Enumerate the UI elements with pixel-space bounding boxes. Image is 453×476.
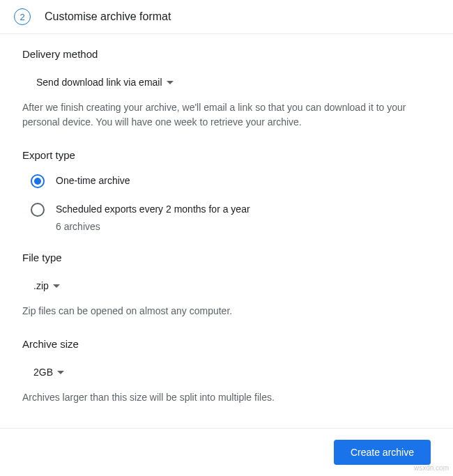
export-type-scheduled-label: Scheduled exports every 2 months for a y… [56,202,250,217]
archive-size-dropdown[interactable]: 2GB [22,362,70,382]
chevron-down-icon [53,284,60,288]
create-archive-button[interactable]: Create archive [334,440,431,465]
file-type-description: Zip files can be opened on almost any co… [22,304,431,318]
content-area: Delivery method Send download link via e… [0,34,453,476]
chevron-down-icon [57,371,64,374]
export-type-one-time-label: One-time archive [56,174,130,188]
export-type-title: Export type [22,149,431,161]
file-type-dropdown[interactable]: .zip [22,276,66,295]
radio-unselected-icon [31,203,45,217]
archive-size-section: Archive size 2GB Archives larger than th… [22,338,431,405]
step-number-badge: 2 [14,8,31,25]
archive-size-description: Archives larger than this size will be s… [22,390,431,405]
delivery-method-section: Delivery method Send download link via e… [22,48,431,130]
chevron-down-icon [167,81,174,84]
archive-size-selected: 2GB [33,367,53,378]
delivery-method-description: After we finish creating your archive, w… [22,100,431,130]
archive-size-title: Archive size [22,338,431,350]
export-type-scheduled-option[interactable]: Scheduled exports every 2 months for a y… [31,202,431,232]
export-type-section: Export type One-time archive Scheduled e… [22,149,431,232]
export-type-one-time-option[interactable]: One-time archive [31,174,431,188]
file-type-selected: .zip [33,280,49,291]
file-type-title: File type [22,252,431,263]
footer-bar: Create archive [0,428,453,476]
step-title: Customise archive format [45,10,171,23]
watermark-text: wsxdn.com [414,464,449,472]
export-type-scheduled-sublabel: 6 archives [56,221,250,232]
file-type-section: File type .zip Zip files can be opened o… [22,252,431,318]
radio-selected-icon [31,174,45,188]
delivery-method-dropdown[interactable]: Send download link via email [25,72,179,92]
export-type-radio-group: One-time archive Scheduled exports every… [22,174,431,232]
step-header: 2 Customise archive format [0,0,453,34]
delivery-method-selected: Send download link via email [36,77,162,88]
delivery-method-title: Delivery method [22,48,431,60]
